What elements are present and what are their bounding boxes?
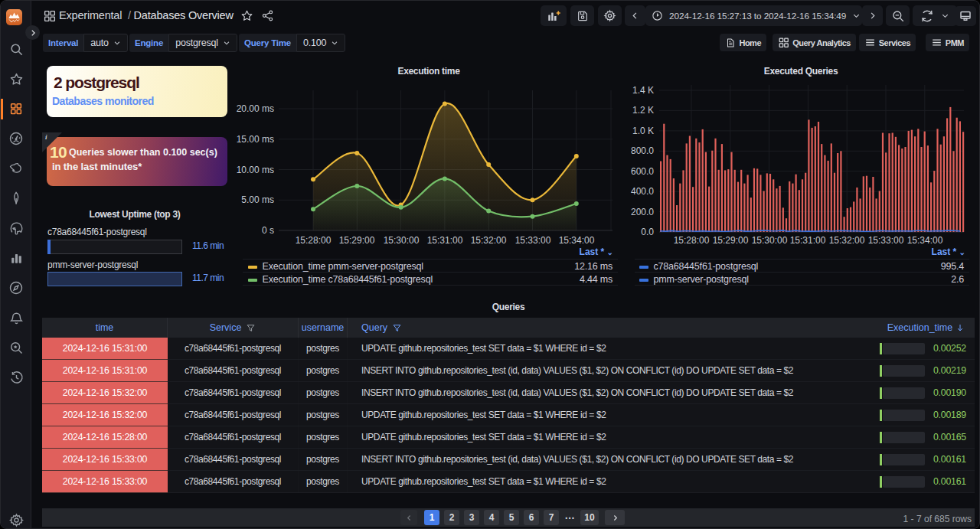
svg-text:0.0: 0.0: [641, 227, 654, 237]
svg-text:15:29:00: 15:29:00: [339, 235, 375, 246]
svg-text:15.00 ms: 15.00 ms: [237, 134, 274, 145]
svg-text:400.0: 400.0: [631, 186, 654, 197]
svg-text:15:34:00: 15:34:00: [559, 235, 595, 246]
svg-text:15:31:00: 15:31:00: [427, 235, 463, 246]
svg-text:10.00 ms: 10.00 ms: [237, 165, 274, 175]
svg-text:15:32:00: 15:32:00: [471, 235, 507, 246]
svg-text:5.00 ms: 5.00 ms: [241, 194, 274, 205]
svg-text:20.00 ms: 20.00 ms: [237, 103, 274, 114]
svg-text:15:32:00: 15:32:00: [829, 235, 865, 246]
svg-text:15:33:00: 15:33:00: [515, 235, 551, 246]
svg-text:0 s: 0 s: [262, 225, 274, 236]
svg-text:15:34:00: 15:34:00: [907, 235, 943, 246]
svg-text:15:31:00: 15:31:00: [790, 235, 826, 246]
svg-text:1.4 K: 1.4 K: [632, 85, 654, 96]
svg-text:15:33:00: 15:33:00: [868, 235, 904, 246]
svg-text:1.2 K: 1.2 K: [632, 105, 654, 116]
svg-text:15:28:00: 15:28:00: [674, 235, 710, 246]
svg-text:200.0: 200.0: [631, 207, 654, 217]
svg-text:1.0 K: 1.0 K: [632, 126, 654, 136]
svg-text:15:29:00: 15:29:00: [713, 235, 749, 246]
svg-text:15:30:00: 15:30:00: [384, 235, 420, 246]
svg-text:15:30:00: 15:30:00: [752, 235, 788, 246]
svg-text:800.0: 800.0: [631, 145, 654, 156]
svg-text:15:28:00: 15:28:00: [296, 235, 332, 246]
svg-text:600.0: 600.0: [631, 166, 654, 177]
